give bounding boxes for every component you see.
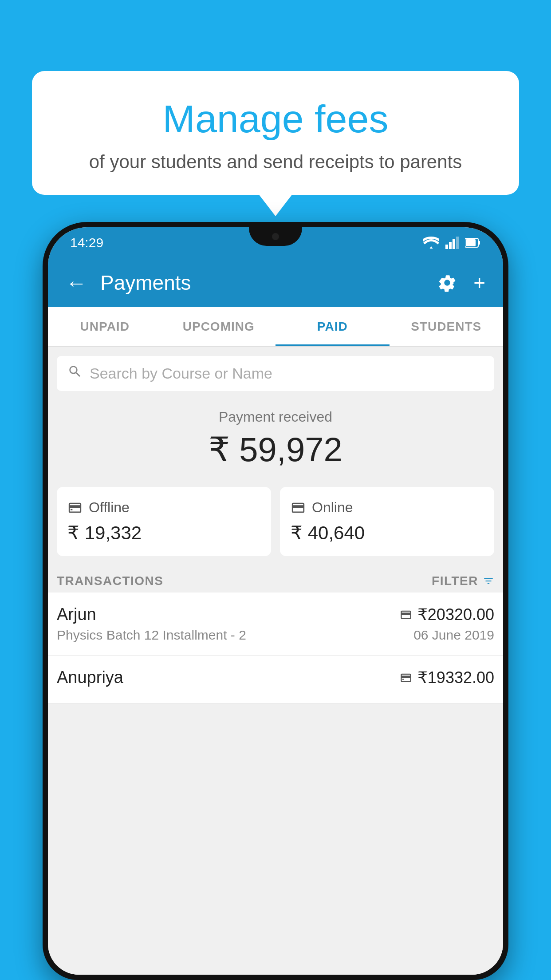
offline-amount: ₹ 19,332 (67, 522, 142, 544)
payment-summary: Payment received ₹ 59,972 (48, 391, 503, 478)
transaction-date: 06 June 2019 (413, 628, 494, 643)
tab-unpaid[interactable]: UNPAID (48, 307, 162, 346)
status-bar: 14:29 (48, 227, 503, 258)
signal-icon (445, 237, 459, 249)
transaction-amount: ₹20320.00 (400, 605, 494, 624)
svg-rect-2 (453, 239, 455, 249)
bubble-title: Manage fees (59, 98, 492, 141)
tab-upcoming[interactable]: UPCOMING (162, 307, 276, 346)
svg-rect-5 (478, 241, 480, 245)
battery-icon (465, 237, 481, 248)
settings-icon[interactable] (437, 273, 457, 293)
search-bar[interactable]: Search by Course or Name (57, 356, 494, 391)
tabs: UNPAID UPCOMING PAID STUDENTS (48, 307, 503, 347)
notch (249, 227, 302, 246)
transactions-header: TRANSACTIONS FILTER (48, 565, 503, 593)
status-icons (423, 237, 481, 249)
offline-card: Offline ₹ 19,332 (57, 487, 271, 556)
online-label: Online (312, 499, 353, 516)
content-area: Search by Course or Name Payment receive… (48, 347, 503, 975)
payment-amount: ₹ 59,972 (57, 430, 494, 469)
svg-rect-6 (466, 239, 476, 246)
search-icon (67, 364, 83, 383)
svg-rect-3 (456, 237, 459, 249)
payment-type-icon (400, 609, 412, 621)
transactions-label: TRANSACTIONS (57, 574, 163, 588)
online-card: Online ₹ 40,640 (280, 487, 494, 556)
transaction-row: Arjun ₹20320.00 Physics Batch 12 Install… (48, 593, 503, 656)
back-button[interactable]: ← (66, 271, 87, 295)
phone-screen: 14:29 (48, 227, 503, 975)
transaction-row: Anupriya ₹19332.00 (48, 656, 503, 703)
svg-rect-7 (71, 509, 72, 510)
student-name: Anupriya (57, 668, 123, 687)
tab-paid[interactable]: PAID (276, 307, 390, 346)
payment-type-icon (400, 672, 412, 684)
phone-frame: 14:29 (43, 222, 508, 980)
add-button[interactable]: + (473, 271, 485, 295)
header-actions: + (437, 271, 485, 295)
filter-icon (483, 575, 494, 587)
course-info: Physics Batch 12 Installment - 2 (57, 628, 246, 643)
online-amount: ₹ 40,640 (291, 522, 365, 544)
bubble-subtitle: of your students and send receipts to pa… (59, 151, 492, 173)
status-time: 14:29 (70, 235, 103, 250)
tab-students[interactable]: STUDENTS (390, 307, 504, 346)
speech-bubble: Manage fees of your students and send re… (32, 71, 519, 195)
online-icon (291, 500, 306, 515)
header-title: Payments (100, 271, 437, 295)
student-name: Arjun (57, 605, 96, 624)
app-header: ← Payments + (48, 258, 503, 307)
svg-rect-8 (402, 679, 404, 680)
camera (272, 233, 279, 240)
offline-icon (67, 500, 83, 515)
search-placeholder: Search by Course or Name (90, 365, 272, 382)
payment-cards: Offline ₹ 19,332 Online ₹ 40,640 (48, 478, 503, 565)
svg-rect-0 (445, 245, 448, 249)
wifi-icon (423, 237, 439, 249)
filter-button[interactable]: FILTER (432, 574, 494, 588)
offline-label: Offline (89, 499, 130, 516)
transaction-amount: ₹19332.00 (400, 668, 494, 687)
payment-label: Payment received (57, 409, 494, 425)
svg-rect-1 (449, 242, 452, 249)
